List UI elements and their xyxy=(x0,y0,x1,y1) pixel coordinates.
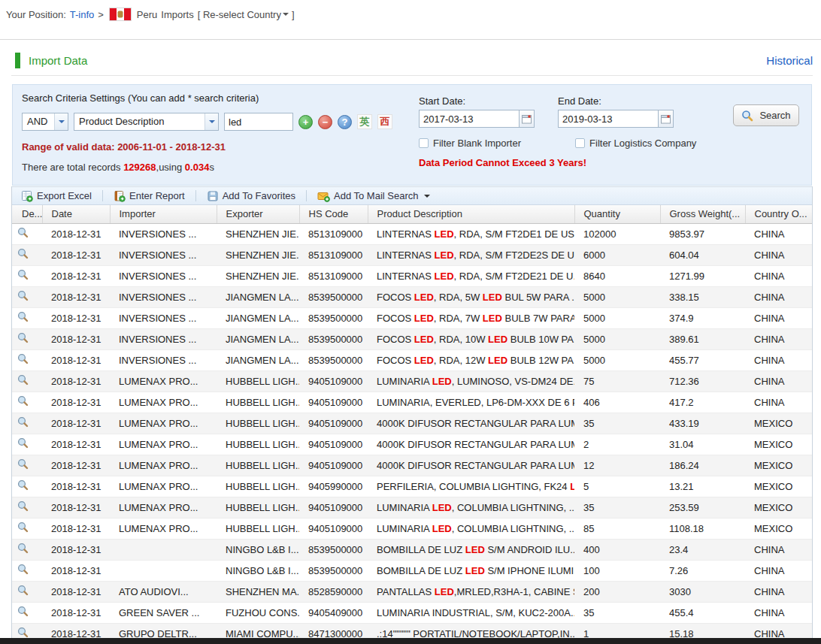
detail-magnifier-icon[interactable] xyxy=(17,269,29,280)
detail-magnifier-icon[interactable] xyxy=(17,543,29,554)
detail-magnifier-icon[interactable] xyxy=(17,374,29,385)
detail-magnifier-icon[interactable] xyxy=(17,290,29,301)
add-to-favorites-button[interactable]: Add To Favorites xyxy=(204,190,298,202)
table-row[interactable]: 2018-12-31 INVERSIONES ... SHENZHEN JIE.… xyxy=(12,265,813,286)
cell-country: CHINA xyxy=(745,560,813,581)
add-to-mail-search-button[interactable]: Add To Mail Search xyxy=(314,190,433,202)
cell-importer: LUMENAX PRO... xyxy=(110,392,217,413)
table-row[interactable]: 2018-12-31 LUMENAX PRO... HUBBELL LIGH..… xyxy=(12,518,813,539)
language-english-button[interactable]: 英 xyxy=(357,114,372,129)
detail-magnifier-icon[interactable] xyxy=(17,564,29,575)
add-criteria-button[interactable]: + xyxy=(298,115,313,129)
detail-magnifier-icon[interactable] xyxy=(17,500,29,512)
detail-magnifier-icon[interactable] xyxy=(17,311,29,322)
cell-country: CHINA xyxy=(745,539,813,560)
col-header-hs-code[interactable]: HS Code xyxy=(299,205,368,223)
export-excel-label: Export Excel xyxy=(37,190,92,201)
detail-magnifier-icon[interactable] xyxy=(17,585,29,596)
table-row[interactable]: 2018-12-31 INVERSIONES ... JIANGMEN LA..… xyxy=(12,349,813,370)
detail-magnifier-icon[interactable] xyxy=(17,332,29,343)
table-row[interactable]: 2018-12-31 LUMENAX PRO... HUBBELL LIGH..… xyxy=(12,370,813,392)
table-row[interactable]: 2018-12-31 INVERSIONES ... JIANGMEN LA..… xyxy=(12,307,813,328)
table-row[interactable]: 2018-12-31 LUMENAX PRO... HUBBELL LIGH..… xyxy=(12,476,813,497)
table-row[interactable]: 2018-12-31 GRUPO DELTR... MIAMI COMPU...… xyxy=(12,623,813,638)
cell-date: 2018-12-31 xyxy=(42,602,110,623)
end-date-input[interactable] xyxy=(558,110,659,128)
cell-importer: ATO AUDIOVI... xyxy=(110,581,217,602)
table-row[interactable]: 2018-12-31 INVERSIONES ... JIANGMEN LA..… xyxy=(12,328,813,349)
detail-magnifier-icon[interactable] xyxy=(17,627,29,638)
table-row[interactable]: 2018-12-31 LUMENAX PRO... HUBBELL LIGH..… xyxy=(12,455,813,476)
table-row[interactable]: 2018-12-31 NINGBO L&B I... 8539500000 BO… xyxy=(12,539,813,560)
col-header-detail[interactable]: De... xyxy=(12,205,42,223)
table-row[interactable]: 2018-12-31 INVERSIONES ... SHENZHEN JIE.… xyxy=(12,244,813,265)
operator-select[interactable]: AND xyxy=(22,113,68,131)
detail-magnifier-icon[interactable] xyxy=(17,606,29,617)
table-row[interactable]: 2018-12-31 LUMENAX PRO... HUBBELL LIGH..… xyxy=(12,497,813,518)
field-select[interactable]: Product Description xyxy=(74,113,219,131)
filter-logistics-company-checkbox[interactable]: Filter Logistics Company xyxy=(575,138,696,149)
reselect-country-dropdown[interactable]: [ Re-select Country ] xyxy=(198,9,295,20)
detail-magnifier-icon[interactable] xyxy=(17,395,29,407)
breadcrumb-link-tinfo[interactable]: T-info xyxy=(70,9,95,20)
detail-magnifier-icon[interactable] xyxy=(17,479,29,491)
col-header-product-description[interactable]: Product Description xyxy=(368,205,574,223)
table-row[interactable]: 2018-12-31 LUMENAX PRO... HUBBELL LIGH..… xyxy=(12,413,813,434)
cell-quantity: 102000 xyxy=(574,223,660,244)
filter-blank-importer-checkbox[interactable]: Filter Blank Importer xyxy=(419,138,521,149)
cell-description: LINTERNAS LED, RDA, S/M FT2DE21 DE U... xyxy=(368,265,574,286)
table-row[interactable]: 2018-12-31 ATO AUDIOVI... SHENZHEN MA...… xyxy=(12,581,813,602)
col-header-importer[interactable]: Importer xyxy=(110,205,217,223)
cell-gross-weight: 253.59 xyxy=(660,497,745,518)
table-row[interactable]: 2018-12-31 NINGBO L&B I... 8539500000 BO… xyxy=(12,560,813,581)
cell-exporter: HUBBELL LIGH... xyxy=(217,392,299,413)
cell-description: .:14""""" PORTATIL/NOTEBOOK/LAPTOP,IN... xyxy=(368,623,574,638)
cell-description: FOCOS LED, RDA, 7W LED BULB 7W PARA... xyxy=(368,307,574,328)
calendar-icon[interactable] xyxy=(520,110,535,128)
table-row[interactable]: 2018-12-31 INVERSIONES ... SHENZHEN JIE.… xyxy=(12,223,813,244)
cell-gross-weight: 186.24 xyxy=(660,455,745,476)
export-excel-button[interactable]: Export Excel xyxy=(18,190,95,202)
results-grid: Export Excel Enter Report Add To Favorit… xyxy=(11,186,813,638)
calendar-icon[interactable] xyxy=(659,110,674,128)
col-header-gross-weight[interactable]: Gross Weight(... xyxy=(660,205,745,223)
col-header-date[interactable]: Date xyxy=(42,205,110,223)
col-header-country[interactable]: Country O... xyxy=(745,205,813,223)
start-date-input[interactable] xyxy=(419,110,520,128)
table-row[interactable]: 2018-12-31 GREEN SAVER ... FUZHOU CONS..… xyxy=(12,602,813,623)
cell-hs-code: 8528590000 xyxy=(299,581,368,602)
remove-criteria-button[interactable]: − xyxy=(318,115,332,129)
cell-exporter: NINGBO L&B I... xyxy=(217,539,299,560)
chevron-down-icon xyxy=(54,113,68,130)
detail-magnifier-icon[interactable] xyxy=(17,353,29,364)
checkbox-icon xyxy=(575,138,585,148)
table-row[interactable]: 2018-12-31 LUMENAX PRO... HUBBELL LIGH..… xyxy=(12,392,813,413)
enter-report-button[interactable]: Enter Report xyxy=(111,190,188,202)
cell-hs-code: 9405109000 xyxy=(299,413,368,434)
help-button[interactable]: ? xyxy=(338,115,352,129)
cell-description: PANTALLAS LED,MRLED,R3HA-1, CABINE S... xyxy=(368,581,574,602)
cell-importer: LUMENAX PRO... xyxy=(110,518,217,539)
table-row[interactable]: 2018-12-31 LUMENAX PRO... HUBBELL LIGH..… xyxy=(12,434,813,455)
cell-importer: LUMENAX PRO... xyxy=(110,497,217,518)
cell-exporter: JIANGMEN LA... xyxy=(217,328,299,349)
detail-magnifier-icon[interactable] xyxy=(17,248,29,259)
cell-hs-code: 9405109000 xyxy=(299,434,368,455)
language-spanish-button[interactable]: 西 xyxy=(377,114,392,129)
detail-magnifier-icon[interactable] xyxy=(17,522,29,533)
col-header-exporter[interactable]: Exporter xyxy=(217,205,299,223)
end-date-block: End Date: xyxy=(558,95,674,128)
table-row[interactable]: 2018-12-31 INVERSIONES ... JIANGMEN LA..… xyxy=(12,286,813,307)
cell-gross-weight: 433.19 xyxy=(660,413,745,434)
col-header-quantity[interactable]: Quantity xyxy=(574,205,660,223)
historical-link[interactable]: Historical xyxy=(766,54,813,67)
detail-magnifier-icon[interactable] xyxy=(17,416,29,428)
detail-magnifier-icon[interactable] xyxy=(17,437,29,449)
search-button[interactable]: Search xyxy=(733,104,799,126)
cell-hs-code: 8539500000 xyxy=(299,349,368,370)
records-prefix: There are total records xyxy=(22,162,123,173)
keyword-input[interactable] xyxy=(224,113,293,131)
detail-magnifier-icon[interactable] xyxy=(17,458,29,470)
field-select-value: Product Description xyxy=(74,113,204,130)
detail-magnifier-icon[interactable] xyxy=(17,227,29,238)
